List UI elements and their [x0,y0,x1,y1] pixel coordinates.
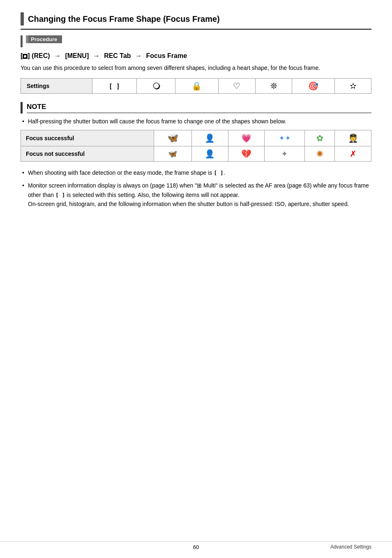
focus-success-icon-3: 💗 [228,130,265,146]
settings-icon-2: 🔾 [136,79,175,94]
note-bullet-2-text: When shooting with face detection or the… [28,169,225,176]
page-title: Changing the Focus Frame Shape (Focus Fr… [28,14,220,24]
note-bullet-3-text: Monitor screen information display is al… [28,182,369,207]
procedure-label: Procedure [31,36,57,42]
focus-table: Focus successful 🦋 👤 💗 ✦✦ ✿ 🧑‍✈️ Focus n… [21,130,371,162]
settings-icon-5: ❊ [256,79,292,94]
settings-icon-1: [ ] [92,79,136,94]
nav-focus-frame-label: Focus Frame [146,52,187,59]
page-container: Changing the Focus Frame Shape (Focus Fr… [0,0,392,558]
description-text: You can use this procedure to select fro… [21,64,371,72]
focus-fail-icon-3: 💔 [228,146,265,162]
focus-fail-icon-2: 👤 [192,146,228,162]
focus-success-icon-4: ✦✦ [265,130,305,146]
nav-rec-label: (REC) [32,52,52,59]
note-accent [21,102,23,113]
arrow-3: → [135,52,142,59]
procedure-accent [21,35,23,47]
note-bullet-3: Monitor screen information display is al… [21,181,371,209]
note-bullet-2: When shooting with face detection or the… [21,168,371,178]
settings-table: Settings [ ] 🔾 🔒 ♡ ❊ 🎯 ✫ [21,78,371,94]
procedure-badge: Procedure [26,35,62,43]
focus-not-successful-label: Focus not successful [21,146,154,162]
procedure-wrapper: Procedure [21,35,371,47]
footer-page-number: 60 [193,544,199,550]
focus-success-icon-6: 🧑‍✈️ [335,130,371,146]
focus-fail-icon-5: ✺ [305,146,335,162]
note-section: NOTE Half-pressing the shutter button wi… [21,102,371,212]
footer-section: Advanced Settings [330,544,371,550]
settings-icon-6: 🎯 [292,79,335,94]
nav-path: [] (REC) → [MENU] → REC Tab → Focus Fram… [21,52,371,60]
note-bullet-1-text: Half-pressing the shutter button will ca… [28,118,286,125]
note-bullet-1: Half-pressing the shutter button will ca… [21,117,371,126]
note-header: NOTE [21,102,371,113]
focus-success-icon-1: 🦋 [154,130,191,146]
focus-success-icon-5: ✿ [305,130,335,146]
focus-success-icon-2: 👤 [192,130,228,146]
note-title: NOTE [27,103,371,113]
title-accent [21,12,24,25]
title-bar: Changing the Focus Frame Shape (Focus Fr… [21,12,371,30]
focus-fail-icon-4: ✦ [265,146,305,162]
arrow-2: → [93,52,100,59]
settings-label: Settings [21,79,92,94]
settings-icon-7: ✫ [335,79,371,94]
page-footer: 60 Advanced Settings [0,541,392,550]
nav-rec-tab-label: REC Tab [104,52,133,59]
settings-icon-4: ♡ [218,79,256,94]
arrow-1: → [54,52,61,59]
focus-fail-icon-6: ✗ [335,146,371,162]
focus-fail-icon-1: 🦋 [154,146,191,162]
focus-successful-label: Focus successful [21,130,154,146]
nav-menu-label: [MENU] [65,52,90,59]
settings-icon-3: 🔒 [175,79,218,94]
rec-icon: [] [21,52,30,59]
note-bullets-extra: When shooting with face detection or the… [21,168,371,208]
